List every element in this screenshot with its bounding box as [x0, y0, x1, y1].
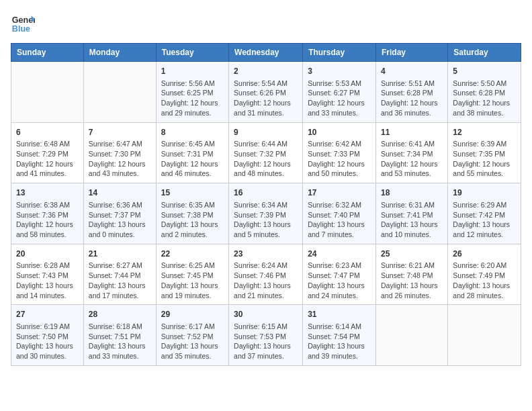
day-number: 16: [234, 187, 298, 199]
day-number: 23: [234, 248, 298, 260]
weekday-header-row: SundayMondayTuesdayWednesdayThursdayFrid…: [11, 44, 521, 62]
weekday-header-friday: Friday: [375, 44, 447, 62]
cell-content: Sunrise: 6:41 AM Sunset: 7:34 PM Dayligh…: [381, 139, 443, 179]
cell-content: Sunrise: 5:54 AM Sunset: 6:26 PM Dayligh…: [234, 79, 298, 118]
cell-content: Sunrise: 6:48 AM Sunset: 7:29 PM Dayligh…: [16, 139, 79, 179]
svg-text:Blue: Blue: [12, 24, 30, 34]
calendar-cell: 31Sunrise: 6:14 AM Sunset: 7:54 PM Dayli…: [303, 305, 376, 366]
cell-content: Sunrise: 6:14 AM Sunset: 7:54 PM Dayligh…: [308, 322, 371, 361]
calendar-cell: 19Sunrise: 6:29 AM Sunset: 7:42 PM Dayli…: [448, 183, 521, 244]
calendar-cell: 25Sunrise: 6:21 AM Sunset: 7:48 PM Dayli…: [375, 244, 447, 305]
calendar-week-1: 1Sunrise: 5:56 AM Sunset: 6:25 PM Daylig…: [11, 62, 521, 123]
weekday-header-thursday: Thursday: [303, 44, 376, 62]
cell-content: Sunrise: 6:21 AM Sunset: 7:48 PM Dayligh…: [381, 261, 443, 300]
day-number: 30: [234, 309, 298, 320]
day-number: 22: [161, 248, 224, 260]
calendar-cell: 26Sunrise: 6:20 AM Sunset: 7:49 PM Dayli…: [448, 244, 521, 305]
cell-content: Sunrise: 6:20 AM Sunset: 7:49 PM Dayligh…: [453, 261, 516, 300]
day-number: 10: [308, 127, 371, 138]
day-number: 20: [16, 248, 79, 260]
calendar-cell: 21Sunrise: 6:27 AM Sunset: 7:44 PM Dayli…: [83, 244, 156, 305]
cell-content: Sunrise: 6:15 AM Sunset: 7:53 PM Dayligh…: [234, 322, 298, 361]
weekday-header-tuesday: Tuesday: [156, 44, 228, 62]
cell-content: Sunrise: 6:18 AM Sunset: 7:51 PM Dayligh…: [89, 322, 151, 361]
day-number: 24: [308, 248, 371, 260]
cell-content: Sunrise: 6:24 AM Sunset: 7:46 PM Dayligh…: [234, 261, 298, 300]
cell-content: Sunrise: 6:17 AM Sunset: 7:52 PM Dayligh…: [161, 322, 224, 361]
weekday-header-saturday: Saturday: [448, 44, 521, 62]
calendar-cell: 17Sunrise: 6:32 AM Sunset: 7:40 PM Dayli…: [303, 183, 376, 244]
cell-content: Sunrise: 6:38 AM Sunset: 7:36 PM Dayligh…: [16, 200, 79, 240]
calendar-week-2: 6Sunrise: 6:48 AM Sunset: 7:29 PM Daylig…: [11, 122, 521, 183]
weekday-header-sunday: Sunday: [11, 44, 84, 62]
day-number: 7: [89, 127, 151, 138]
calendar-cell: 14Sunrise: 6:36 AM Sunset: 7:37 PM Dayli…: [83, 183, 156, 244]
day-number: 25: [381, 248, 443, 260]
day-number: 29: [161, 309, 224, 320]
cell-content: Sunrise: 6:34 AM Sunset: 7:39 PM Dayligh…: [234, 200, 298, 240]
calendar-cell: 29Sunrise: 6:17 AM Sunset: 7:52 PM Dayli…: [156, 305, 228, 366]
day-number: 28: [89, 309, 151, 320]
day-number: 27: [16, 309, 79, 320]
calendar-cell: 5Sunrise: 5:50 AM Sunset: 6:28 PM Daylig…: [448, 62, 521, 123]
day-number: 21: [89, 248, 151, 260]
weekday-header-wednesday: Wednesday: [229, 44, 303, 62]
day-number: 12: [453, 127, 516, 138]
calendar-body: 1Sunrise: 5:56 AM Sunset: 6:25 PM Daylig…: [11, 62, 521, 366]
cell-content: Sunrise: 6:44 AM Sunset: 7:32 PM Dayligh…: [234, 139, 298, 179]
calendar-cell: 30Sunrise: 6:15 AM Sunset: 7:53 PM Dayli…: [229, 305, 303, 366]
calendar-cell: 24Sunrise: 6:23 AM Sunset: 7:47 PM Dayli…: [303, 244, 376, 305]
logo-icon: General Blue: [11, 11, 35, 35]
calendar-cell: [375, 305, 447, 366]
day-number: 18: [381, 187, 443, 199]
cell-content: Sunrise: 5:53 AM Sunset: 6:27 PM Dayligh…: [308, 79, 371, 118]
calendar-cell: 6Sunrise: 6:48 AM Sunset: 7:29 PM Daylig…: [11, 122, 84, 183]
day-number: 3: [308, 66, 371, 77]
calendar-week-5: 27Sunrise: 6:19 AM Sunset: 7:50 PM Dayli…: [11, 305, 521, 366]
calendar-cell: [83, 62, 156, 123]
day-number: 5: [453, 66, 516, 77]
cell-content: Sunrise: 6:27 AM Sunset: 7:44 PM Dayligh…: [89, 261, 151, 300]
calendar-cell: [11, 62, 84, 123]
calendar-cell: 22Sunrise: 6:25 AM Sunset: 7:45 PM Dayli…: [156, 244, 228, 305]
calendar-cell: 3Sunrise: 5:53 AM Sunset: 6:27 PM Daylig…: [303, 62, 376, 123]
day-number: 19: [453, 187, 516, 199]
cell-content: Sunrise: 5:50 AM Sunset: 6:28 PM Dayligh…: [453, 79, 516, 118]
calendar-cell: 8Sunrise: 6:45 AM Sunset: 7:31 PM Daylig…: [156, 122, 228, 183]
cell-content: Sunrise: 5:51 AM Sunset: 6:28 PM Dayligh…: [381, 79, 443, 118]
calendar-cell: 18Sunrise: 6:31 AM Sunset: 7:41 PM Dayli…: [375, 183, 447, 244]
day-number: 13: [16, 187, 79, 199]
calendar-cell: 20Sunrise: 6:28 AM Sunset: 7:43 PM Dayli…: [11, 244, 84, 305]
cell-content: Sunrise: 6:36 AM Sunset: 7:37 PM Dayligh…: [89, 200, 151, 240]
calendar-cell: 7Sunrise: 6:47 AM Sunset: 7:30 PM Daylig…: [83, 122, 156, 183]
day-number: 11: [381, 127, 443, 138]
calendar-cell: 2Sunrise: 5:54 AM Sunset: 6:26 PM Daylig…: [229, 62, 303, 123]
calendar-cell: 13Sunrise: 6:38 AM Sunset: 7:36 PM Dayli…: [11, 183, 84, 244]
cell-content: Sunrise: 6:19 AM Sunset: 7:50 PM Dayligh…: [16, 322, 79, 361]
weekday-header-monday: Monday: [83, 44, 156, 62]
calendar-cell: 11Sunrise: 6:41 AM Sunset: 7:34 PM Dayli…: [375, 122, 447, 183]
calendar-cell: 15Sunrise: 6:35 AM Sunset: 7:38 PM Dayli…: [156, 183, 228, 244]
cell-content: Sunrise: 6:39 AM Sunset: 7:35 PM Dayligh…: [453, 139, 516, 179]
cell-content: Sunrise: 5:56 AM Sunset: 6:25 PM Dayligh…: [161, 79, 224, 118]
day-number: 6: [16, 127, 79, 138]
day-number: 15: [161, 187, 224, 199]
day-number: 8: [161, 127, 224, 138]
day-number: 14: [89, 187, 151, 199]
calendar-cell: 9Sunrise: 6:44 AM Sunset: 7:32 PM Daylig…: [229, 122, 303, 183]
calendar-cell: 4Sunrise: 5:51 AM Sunset: 6:28 PM Daylig…: [375, 62, 447, 123]
calendar-week-3: 13Sunrise: 6:38 AM Sunset: 7:36 PM Dayli…: [11, 183, 521, 244]
calendar-cell: 12Sunrise: 6:39 AM Sunset: 7:35 PM Dayli…: [448, 122, 521, 183]
day-number: 2: [234, 66, 298, 77]
page-header: General Blue: [11, 11, 521, 35]
calendar-cell: 28Sunrise: 6:18 AM Sunset: 7:51 PM Dayli…: [83, 305, 156, 366]
calendar-cell: 27Sunrise: 6:19 AM Sunset: 7:50 PM Dayli…: [11, 305, 84, 366]
calendar-cell: 16Sunrise: 6:34 AM Sunset: 7:39 PM Dayli…: [229, 183, 303, 244]
cell-content: Sunrise: 6:29 AM Sunset: 7:42 PM Dayligh…: [453, 200, 516, 240]
cell-content: Sunrise: 6:31 AM Sunset: 7:41 PM Dayligh…: [381, 200, 443, 240]
day-number: 9: [234, 127, 298, 138]
calendar-header: SundayMondayTuesdayWednesdayThursdayFrid…: [11, 44, 521, 62]
calendar-cell: 10Sunrise: 6:42 AM Sunset: 7:33 PM Dayli…: [303, 122, 376, 183]
cell-content: Sunrise: 6:42 AM Sunset: 7:33 PM Dayligh…: [308, 139, 371, 179]
calendar-cell: [448, 305, 521, 366]
